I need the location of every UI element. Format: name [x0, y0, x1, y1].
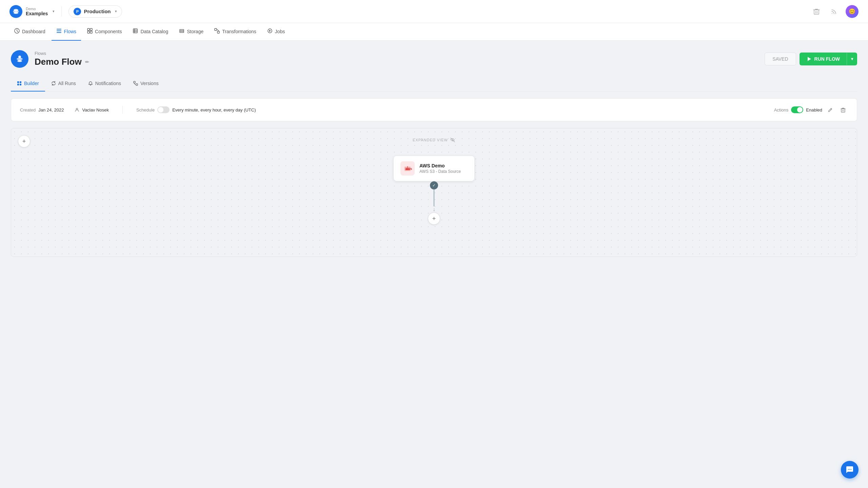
svg-rect-16	[217, 31, 219, 33]
top-header: Demo Examples ▾ P Production ▾	[0, 0, 868, 23]
tab-all-runs-label: All Runs	[58, 81, 76, 86]
expanded-view-text: EXPANDED VIEW	[413, 138, 448, 142]
transformations-icon	[214, 28, 220, 35]
logo-area[interactable]: Demo Examples ▾	[9, 5, 55, 18]
canvas-add-icon: +	[22, 138, 26, 145]
page-header: Flows Demo Flow ✏ SAVED RUN FLOW ▾	[11, 50, 857, 68]
nav-item-jobs[interactable]: Jobs	[262, 23, 290, 41]
svg-rect-11	[90, 31, 92, 33]
dashboard-icon	[14, 28, 20, 35]
nav-item-storage[interactable]: Storage	[174, 23, 208, 41]
node-info: AWS Demo AWS S3 - Data Source	[419, 163, 461, 174]
svg-rect-28	[841, 109, 845, 112]
storage-icon	[179, 28, 184, 35]
nav-item-flows[interactable]: Flows	[52, 23, 81, 41]
tab-builder[interactable]: Builder	[11, 76, 45, 92]
jobs-icon	[267, 28, 273, 35]
connector: ✓ ↓	[430, 181, 438, 212]
info-author: Vaclav Nosek	[75, 107, 109, 113]
env-dropdown-arrow[interactable]: ▾	[115, 9, 117, 14]
svg-rect-25	[134, 81, 135, 83]
tab-builder-label: Builder	[24, 81, 39, 86]
demo-label: Demo	[26, 7, 48, 11]
svg-rect-8	[87, 28, 90, 30]
feed-icon-btn[interactable]	[828, 5, 840, 18]
nav-item-dashboard[interactable]: Dashboard	[9, 23, 50, 41]
nav-label-flows: Flows	[64, 29, 77, 34]
page-title: Demo Flow ✏	[35, 57, 89, 67]
page-content: Flows Demo Flow ✏ SAVED RUN FLOW ▾ Build…	[0, 41, 868, 266]
connector-circle[interactable]: ✓	[430, 181, 438, 189]
svg-rect-14	[180, 31, 184, 33]
schedule-toggle[interactable]	[157, 106, 170, 113]
enabled-text: Enabled	[806, 107, 822, 113]
header-left: Demo Examples ▾ P Production ▾	[9, 5, 122, 18]
svg-rect-6	[57, 30, 61, 31]
svg-point-19	[17, 58, 23, 60]
tab-all-runs[interactable]: All Runs	[45, 76, 82, 92]
tab-notifications-label: Notifications	[95, 81, 121, 86]
env-name: Production	[84, 8, 111, 14]
flow-add-button[interactable]: +	[428, 212, 440, 225]
run-flow-main[interactable]: RUN FLOW	[800, 53, 847, 65]
nav-bar: Dashboard Flows Components Data Catalog …	[0, 23, 868, 41]
expanded-view-label[interactable]: EXPANDED VIEW	[413, 137, 455, 143]
tab-notifications[interactable]: Notifications	[82, 76, 127, 92]
run-flow-dropdown-arrow[interactable]: ▾	[847, 53, 857, 65]
nav-label-jobs: Jobs	[275, 29, 285, 34]
svg-point-20	[17, 60, 22, 62]
header-right: 😊	[810, 5, 859, 18]
svg-rect-24	[20, 84, 21, 85]
flow-logo	[11, 50, 28, 68]
svg-rect-13	[180, 29, 184, 31]
aws-node-icon: AWS	[400, 161, 415, 176]
tab-versions-label: Versions	[140, 81, 159, 86]
examples-label: Examples	[26, 11, 48, 16]
svg-text:AWS: AWS	[406, 167, 412, 170]
page-header-left: Flows Demo Flow ✏	[11, 50, 89, 68]
info-actions: Actions Enabled	[774, 105, 848, 115]
svg-rect-15	[215, 28, 217, 30]
nav-item-components[interactable]: Components	[82, 23, 126, 41]
tab-versions[interactable]: Versions	[127, 76, 165, 92]
svg-rect-5	[57, 29, 61, 29]
tabs: Builder All Runs Notifications Versions	[11, 76, 857, 92]
enabled-switch[interactable]	[791, 106, 803, 113]
header-actions: SAVED RUN FLOW ▾	[765, 53, 857, 65]
node-type: AWS S3 - Data Source	[419, 169, 461, 174]
enabled-toggle[interactable]: Enabled	[791, 106, 822, 113]
delete-action-btn[interactable]	[838, 105, 848, 115]
avatar-btn[interactable]: 😊	[846, 5, 859, 18]
nav-label-dashboard: Dashboard	[22, 29, 45, 34]
header-separator	[61, 6, 62, 17]
env-badge[interactable]: P Production ▾	[68, 5, 122, 18]
edit-action-btn[interactable]	[825, 105, 835, 115]
created-date: Jan 24, 2022	[38, 107, 64, 113]
svg-point-2	[14, 12, 18, 14]
nav-item-transformations[interactable]: Transformations	[210, 23, 261, 41]
canvas-add-button[interactable]: +	[18, 135, 30, 147]
flow-title-area: Flows Demo Flow ✏	[35, 51, 89, 67]
run-flow-label: RUN FLOW	[814, 56, 840, 62]
canvas: + EXPANDED VIEW AWS	[11, 128, 857, 257]
page-title-text: Demo Flow	[35, 57, 82, 67]
svg-rect-3	[814, 10, 819, 14]
svg-rect-21	[17, 81, 19, 83]
info-schedule: Schedule Every minute, every hour, every…	[136, 106, 256, 113]
edit-title-icon[interactable]: ✏	[85, 59, 89, 65]
svg-rect-10	[87, 31, 90, 33]
svg-rect-22	[20, 81, 21, 83]
nav-item-data-catalog[interactable]: Data Catalog	[128, 23, 173, 41]
logo-dropdown-arrow[interactable]: ▾	[53, 9, 55, 14]
logo-icon	[9, 5, 22, 18]
flow-node-aws[interactable]: AWS AWS Demo AWS S3 - Data Source	[393, 156, 475, 181]
svg-rect-23	[17, 84, 19, 85]
run-flow-button[interactable]: RUN FLOW ▾	[800, 53, 857, 65]
svg-rect-7	[57, 32, 61, 33]
svg-rect-12	[133, 29, 137, 33]
author-name: Vaclav Nosek	[82, 107, 109, 113]
svg-rect-26	[136, 84, 138, 85]
data-catalog-icon	[133, 28, 138, 35]
node-name: AWS Demo	[419, 163, 461, 168]
trash-icon-btn[interactable]	[810, 5, 823, 18]
